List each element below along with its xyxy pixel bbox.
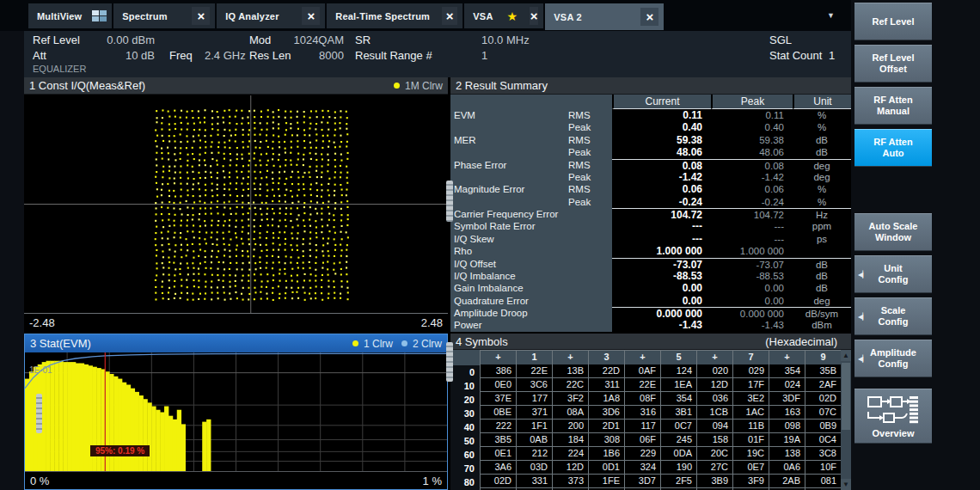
stat-trace-legend: 1 Clrw 2 Clrw: [352, 338, 442, 350]
symbol-cell: 22C: [553, 378, 588, 391]
result-unit: [793, 245, 851, 257]
splitter-handle[interactable]: [36, 394, 42, 433]
result-param-sub: [568, 307, 612, 319]
result-row: Amplitude Droop0.000 0000.000 000dB/sym: [450, 307, 851, 319]
result-current-value: -1.42: [612, 171, 711, 183]
close-icon[interactable]: ×: [192, 7, 210, 25]
result-row: Power-1.43-1.43dBm: [450, 319, 851, 331]
result-param-sub: [568, 319, 612, 331]
result-row: I/Q Offset-73.07-73.07dB: [450, 258, 851, 270]
result-row: Peak48.0648.06dB: [450, 146, 851, 158]
symbol-cell: 0BE: [481, 406, 516, 419]
softkey-amplitude-config[interactable]: ◀▏AmplitudeConfig: [854, 340, 932, 377]
splitter-handle[interactable]: [446, 342, 453, 382]
softkey-ref-level[interactable]: Ref Level: [854, 3, 932, 40]
result-param-name: Carrier Frequency Error: [450, 208, 568, 220]
trace1-label: 1M Clrw: [405, 80, 443, 92]
result-current-value: -1.43: [612, 319, 711, 331]
close-icon[interactable]: ×: [302, 7, 320, 25]
stat-count-value[interactable]: 1: [829, 49, 835, 62]
result-current-value: 0.00: [612, 295, 711, 307]
stat-trace2-label: 2 Clrw: [413, 338, 442, 350]
result-peak-value: 104.72: [711, 208, 793, 220]
softkey-rf-atten-manual[interactable]: RF AttenManual: [854, 87, 932, 125]
softkey-auto-scale-window[interactable]: Auto ScaleWindow: [854, 213, 932, 251]
close-icon[interactable]: ×: [530, 7, 538, 25]
mod-value[interactable]: 1024QAM: [275, 34, 344, 46]
result-peak-value: 0.11: [711, 109, 793, 121]
tab-vsa[interactable]: VSA★×: [464, 3, 543, 28]
result-row: Peak-1.42-1.42deg: [450, 171, 851, 183]
tab-spectrum[interactable]: Spectrum×: [113, 3, 215, 28]
result-param-sub: RMS: [568, 134, 612, 146]
symbol-cell: 138: [769, 447, 805, 460]
symbol-cell: 3D7: [625, 475, 660, 487]
window-stat-evm-header[interactable]: 3 Stat(EVM) 1 Clrw 2 Clrw: [25, 334, 447, 352]
result-param-sub: [568, 295, 612, 307]
symbol-cell: 373: [553, 475, 588, 487]
ref-level-value[interactable]: 0.00 dBm: [84, 34, 155, 46]
window-result-summary-header[interactable]: 2 Result Summary: [450, 77, 851, 95]
scrollbar-thumb[interactable]: [842, 363, 850, 430]
tab-multiview[interactable]: MultiView: [28, 3, 112, 28]
softkey-unit-config[interactable]: ◀▏UnitConfig: [854, 255, 932, 293]
softkey-label: Config: [879, 274, 909, 285]
symbol-cell: 12D: [553, 461, 588, 474]
symbol-cell: 1A8: [589, 392, 624, 405]
close-icon[interactable]: ×: [442, 7, 457, 25]
softkey-rf-atten-auto[interactable]: RF AttenAuto: [854, 129, 932, 167]
softkey-ref-level-offset[interactable]: Ref LevelOffset: [854, 45, 932, 83]
const-x-min-label: -2.48: [29, 316, 55, 329]
symbols-col-header: 3: [589, 351, 624, 364]
result-param-name: Gain Imbalance: [450, 282, 568, 294]
softkey-label: Config: [879, 358, 909, 370]
symbol-cell: 386: [481, 364, 516, 377]
result-summary-table: CurrentPeakUnitEVMRMS0.110.11%Peak0.400.…: [450, 95, 851, 332]
tab-vsa-2[interactable]: VSA 2×: [545, 3, 664, 30]
const-x-axis: -2.48 2.48: [24, 313, 448, 332]
symbols-scrollbar[interactable]: ▲ ▼: [841, 350, 851, 490]
result-param-name: EVM: [450, 109, 568, 121]
window-const-iq-header[interactable]: 1 Const I/Q(Meas&Ref) 1M Clrw: [24, 77, 448, 95]
symbols-row-label: 70: [450, 462, 480, 475]
sr-value[interactable]: 10.0 MHz: [481, 34, 530, 46]
splitter-handle[interactable]: [446, 181, 453, 222]
symbol-cell: 081: [805, 475, 841, 487]
freq-value[interactable]: 2.4 GHz: [205, 49, 246, 62]
tab-iq-analyzer[interactable]: IQ Analyzer×: [217, 3, 325, 28]
window-symbols-header[interactable]: 4 Symbols (Hexadecimal): [450, 334, 851, 350]
result-param-sub: [568, 282, 612, 294]
scroll-down-icon[interactable]: ▼: [841, 479, 851, 490]
result-param-sub: [568, 220, 612, 232]
result-param-sub: [568, 245, 612, 257]
result-range-value[interactable]: 1: [481, 49, 487, 62]
result-col-header-current: Current: [612, 95, 711, 109]
symbol-cell: 1AC: [733, 406, 769, 419]
symbols-table: 0102030405060708090 +1+3+5+7+938622E13B2…: [450, 350, 841, 490]
symbol-cell: 11B: [733, 420, 769, 432]
result-param-name: MER: [450, 134, 568, 146]
res-len-value[interactable]: 8000: [275, 49, 344, 62]
att-value[interactable]: 10 dB: [84, 49, 155, 62]
softkey-overview[interactable]: Overview: [854, 389, 932, 444]
multiview-grid-icon: [92, 10, 107, 21]
result-peak-value: 0.00: [711, 295, 793, 307]
result-row: Gain Imbalance0.000.00dB: [450, 282, 851, 294]
tab-real-time-spectrum[interactable]: Real-Time Spectrum×: [327, 3, 462, 28]
symbol-cell: 12D: [697, 378, 732, 391]
tab-overflow-chevron-icon[interactable]: ▼: [827, 11, 835, 20]
symbol-cell: 2AF: [805, 378, 841, 391]
symbol-cell: 229: [625, 447, 660, 460]
scroll-up-icon[interactable]: ▲: [841, 350, 851, 361]
close-icon[interactable]: ×: [640, 8, 658, 26]
softkey-scale-config[interactable]: ◀▏ScaleConfig: [854, 297, 932, 335]
trace1-color-dot-icon: [394, 83, 400, 89]
symbol-cell: 324: [625, 461, 660, 474]
att-label: Att: [33, 49, 46, 62]
symbol-cell: 222: [481, 420, 516, 432]
symbols-row-label: 30: [450, 407, 480, 420]
symbols-row-label: 60: [450, 448, 480, 462]
result-peak-value: -0.24: [711, 196, 793, 208]
result-param-sub: Peak: [568, 171, 612, 183]
measuring-star-icon: ★: [507, 9, 518, 23]
